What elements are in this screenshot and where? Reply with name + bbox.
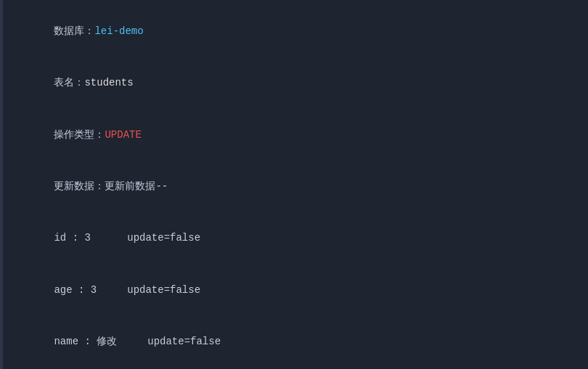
before-header-line: 更新数据：更新前数据-- — [17, 161, 581, 212]
before-id-update: update=false — [91, 232, 200, 244]
op-type-value: UPDATE — [105, 129, 141, 141]
before-age-update: update=false — [97, 284, 200, 296]
left-border — [0, 0, 3, 369]
before-name-label: name : 修改 — [54, 336, 117, 347]
db-value: lei-demo — [94, 25, 143, 37]
content-area: 数据库：lei-demo 表名：students 操作类型：UPDATE 更新数… — [7, 6, 581, 369]
table-line: 表名：students — [17, 57, 581, 109]
before-age-line: age : 3 update=false — [17, 265, 581, 316]
db-line: 数据库：lei-demo — [17, 6, 581, 57]
before-name-line: name : 修改 update=false — [17, 316, 581, 368]
before-id-label: id : 3 — [54, 232, 90, 244]
before-id-line: id : 3 update=false — [17, 213, 581, 265]
op-type-line: 操作类型：UPDATE — [17, 109, 581, 161]
terminal: 数据库：lei-demo 表名：students 操作类型：UPDATE 更新数… — [0, 0, 588, 369]
before-header-label: 更新数据：更新前数据-- — [54, 181, 168, 192]
table-label: 表名： — [54, 77, 84, 88]
table-value: students — [84, 77, 133, 88]
op-type-label: 操作类型： — [54, 129, 105, 141]
db-label: 数据库： — [54, 25, 94, 37]
before-age-label: age : 3 — [54, 284, 97, 296]
before-name-update: update=false — [117, 336, 221, 347]
